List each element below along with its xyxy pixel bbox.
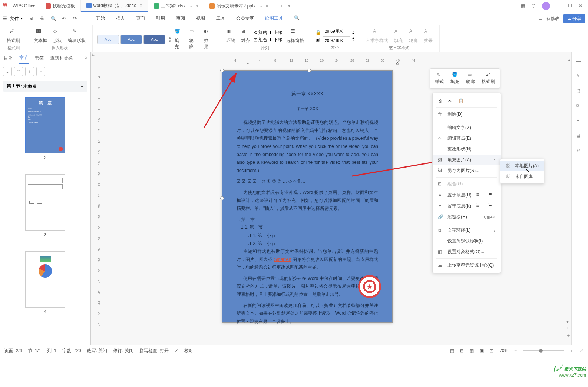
compass-icon[interactable]: ✓ <box>175 348 178 353</box>
zoom-out-button[interactable]: − <box>514 348 517 353</box>
spinner-up[interactable]: ▲ <box>352 36 354 39</box>
tab-page[interactable]: 页面 <box>131 13 150 24</box>
fit-icon[interactable]: ⤢ <box>580 348 584 353</box>
file-menu[interactable]: 文件▾ <box>7 16 26 22</box>
nav-down-button[interactable]: ⌄ <box>3 67 12 76</box>
wrap-button[interactable]: ▣环绕 <box>224 27 237 45</box>
sync-icon[interactable]: ☁ <box>538 16 542 21</box>
status-proof[interactable]: 校对 <box>184 348 193 354</box>
search-button[interactable]: 🔍 <box>289 13 305 24</box>
layers-icon[interactable]: ⧉ <box>576 103 584 110</box>
format-painter-button[interactable]: 🖌格式刷 <box>482 72 495 85</box>
share-button[interactable]: ☁ 分享 <box>563 14 585 23</box>
cm-upload[interactable]: ☁上传至稻壳资源中心(Q) <box>433 260 501 271</box>
book-icon[interactable]: ▤ <box>576 133 584 140</box>
select-icon[interactable]: ⬚ <box>576 88 584 96</box>
resize-handle[interactable] <box>307 69 311 72</box>
status-revision[interactable]: 改写: 关闭 <box>87 348 108 354</box>
cm-send-back[interactable]: ▼置于底层(K)≡≣ <box>433 201 501 212</box>
more-styles-icon[interactable]: ▴ <box>169 36 171 39</box>
avatar[interactable] <box>542 2 550 10</box>
shapes-button[interactable]: ◇形状 <box>51 27 64 45</box>
front-alt2-icon[interactable]: ≣ <box>488 192 495 198</box>
lock-icon[interactable]: 🔓 <box>316 30 321 35</box>
fill-button[interactable]: 🪣填充 <box>172 27 185 52</box>
close-icon[interactable]: × <box>85 55 87 60</box>
cut-icon[interactable]: ✂ <box>448 98 452 103</box>
tab-docer[interactable]: 找稻壳模板 <box>40 0 81 12</box>
shape-style-3[interactable]: Abc <box>143 35 165 44</box>
cm-edit-text[interactable]: 编辑文字(X) <box>433 122 501 133</box>
nav-add-button[interactable]: ＋ <box>25 67 34 76</box>
close-icon[interactable]: × <box>140 3 142 8</box>
cube-icon[interactable]: ⬡ <box>532 3 535 9</box>
nav-up-button[interactable]: ⌃ <box>14 67 23 76</box>
dropdown-icon[interactable]: ▾ <box>288 3 290 9</box>
close-button[interactable]: ✕ <box>579 3 582 9</box>
tab-insert[interactable]: 插入 <box>111 13 130 24</box>
view-outline-icon[interactable]: ▦ <box>470 348 474 353</box>
scroll-down-icon[interactable]: ▾ <box>566 319 570 324</box>
outline-button[interactable]: ▭轮廓 <box>187 27 200 52</box>
spinner-up[interactable]: ▲ <box>352 30 354 33</box>
view-page-icon[interactable]: ▤ <box>450 348 454 353</box>
cm-change-shape[interactable]: 更改形状(N)› <box>433 144 501 155</box>
outline-button[interactable]: ▭轮廓 <box>466 72 475 85</box>
cm-hyperlink[interactable]: 🔗超链接(H)...Ctrl+K <box>433 212 501 222</box>
selection-pane-button[interactable]: ☰选择窗格 <box>284 27 306 45</box>
prev-page-icon[interactable]: ± <box>566 326 570 331</box>
cm-delete[interactable]: 🗑删除(D) <box>433 109 501 120</box>
move-up-button[interactable]: ⬆上移 <box>269 30 283 36</box>
zoom-thumb[interactable] <box>539 349 543 353</box>
art-fill-button[interactable]: A填充 <box>392 27 405 45</box>
print-icon[interactable]: 🖶 <box>40 16 46 21</box>
nav-tab-sections[interactable]: 章节 <box>19 52 29 64</box>
grid-icon[interactable]: ▦ <box>521 3 525 9</box>
submenu-from-library[interactable]: 🖼来自图库 <box>500 171 544 182</box>
tab-word-doc[interactable]: word教程（新）.docx× <box>81 0 148 12</box>
tab-review[interactable]: 审阅 <box>171 13 190 24</box>
copy-icon[interactable]: ⎘ <box>439 98 441 103</box>
fill-button[interactable]: 🪣填充 <box>450 72 459 85</box>
tab-drawing-tools[interactable]: 绘图工具 <box>260 13 288 24</box>
cm-format-object[interactable]: ◧设置对象格式(O)... <box>433 247 501 257</box>
format-painter-button[interactable]: 🖌格式刷 <box>4 27 22 45</box>
paste-icon[interactable]: 📋 <box>458 98 464 103</box>
close-icon[interactable]: × <box>265 3 268 9</box>
art-outline-button[interactable]: A轮廓 <box>407 27 420 45</box>
width-input[interactable] <box>323 27 350 35</box>
tab-tools[interactable]: 工具 <box>211 13 230 24</box>
cm-edit-vertex[interactable]: ◇编辑顶点(E) <box>433 133 501 144</box>
wordart-button[interactable]: A艺术字样式 <box>364 27 390 45</box>
back-alt-icon[interactable]: ≡ <box>476 203 483 209</box>
cm-bring-front[interactable]: ▲置于顶层(U)≡≣ <box>433 189 501 201</box>
cm-text-wrap[interactable]: ⧉文字环绕(L)› <box>433 225 501 236</box>
redo-icon[interactable]: ↷ <box>73 16 80 21</box>
tab-ppt[interactable]: 演示文稿素材2.pptx▫× <box>204 0 274 12</box>
spinner-down[interactable]: ▼ <box>352 39 354 42</box>
nav-remove-button[interactable]: − <box>36 67 45 76</box>
collapse-icon[interactable]: — <box>576 59 584 66</box>
group-button[interactable]: ⊡组合 <box>254 37 267 43</box>
move-down-button[interactable]: ⬇下移 <box>269 37 283 43</box>
tools-icon[interactable]: ✦ <box>576 118 584 125</box>
spinner-down[interactable]: ▼ <box>352 33 354 35</box>
rotate-button[interactable]: ⟲旋转 <box>254 30 267 36</box>
section-dropdown[interactable]: 第 1 节: 未命名 ⌄ <box>3 81 87 92</box>
shape-style-2[interactable]: Abc <box>120 35 142 44</box>
indent-marker-icon[interactable]: △ <box>396 61 399 65</box>
align-button[interactable]: ⊞对齐 <box>239 27 252 45</box>
new-tab-button[interactable]: ＋▾ <box>274 0 296 12</box>
resize-handle[interactable] <box>220 69 224 72</box>
next-page-icon[interactable]: ∓ <box>566 333 570 338</box>
maximize-button[interactable]: ☐ <box>568 3 572 9</box>
minimize-button[interactable]: — <box>557 3 561 9</box>
close-icon[interactable]: × <box>195 3 198 9</box>
apps-icon[interactable]: ⊡ <box>490 348 493 353</box>
cm-save-as-image[interactable]: 🖼另存为图片(S)... <box>433 165 501 176</box>
status-words[interactable]: 字数: 720 <box>62 348 81 354</box>
tab-reference[interactable]: 引用 <box>151 13 170 24</box>
back-alt2-icon[interactable]: ≣ <box>488 203 495 209</box>
tab-sheet[interactable]: 工作簿3.xlsx▫× <box>148 0 204 12</box>
nav-tab-bookmarks[interactable]: 书签 <box>34 52 44 64</box>
